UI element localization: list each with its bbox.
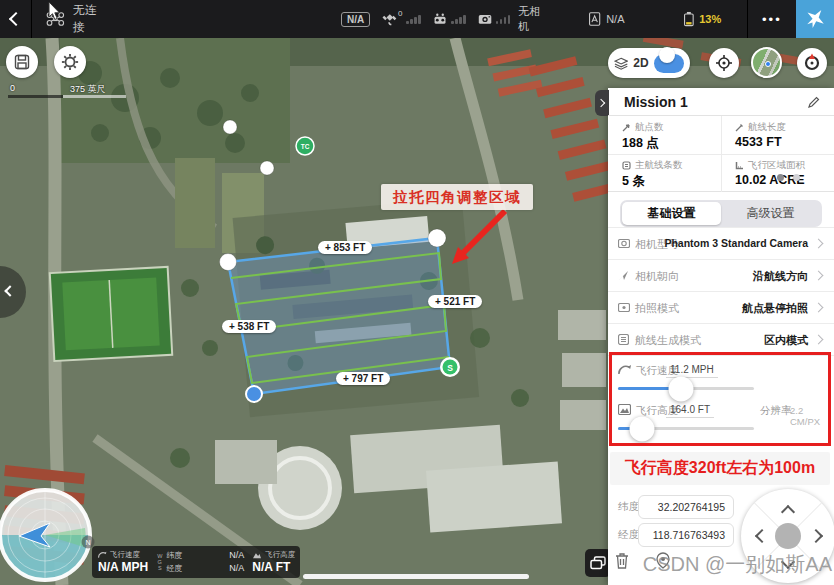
heading-icon xyxy=(618,270,629,281)
edge-length-pill-right[interactable]: + 521 FT xyxy=(428,295,482,308)
scale-start-label: 0 xyxy=(10,83,15,93)
chevron-right-icon xyxy=(814,303,824,313)
top-status-bar: 无连接 N/A 0 无相机 N/A 13% ••• xyxy=(0,0,834,38)
speed-icon xyxy=(98,551,107,559)
compass-reset-button[interactable] xyxy=(797,48,827,78)
photo-mode-icon xyxy=(618,302,630,312)
save-icon xyxy=(14,54,30,70)
tab-advanced-settings[interactable]: 高级设置 xyxy=(721,202,820,225)
row-camera-model[interactable]: 相机型号 Phantom 3 Standard Camera xyxy=(608,227,834,259)
stat-mainlines: 主航线条数 5 条 xyxy=(608,154,718,192)
settings-tabs: 基础设置 高级设置 xyxy=(620,200,822,227)
view-2d-label: 2D xyxy=(633,56,648,70)
delete-mission-icon[interactable] xyxy=(614,552,630,569)
mode-badge: N/A xyxy=(341,12,370,27)
back-button[interactable] xyxy=(0,14,31,24)
map-settings-button[interactable] xyxy=(54,46,86,78)
camera-signal-bars xyxy=(496,15,511,24)
chevron-right-icon xyxy=(597,99,605,107)
speed-slider-knob[interactable] xyxy=(668,376,693,401)
camera-status: 无相机 xyxy=(518,4,544,34)
area-icon xyxy=(735,161,744,170)
mission-stats: 航点数 188 点 航线长度 4533 FT 主航线条数 5 条 飞行区域面积 … xyxy=(608,116,834,192)
annotation-note: 飞行高度320ft左右为100m xyxy=(610,452,830,485)
stat-waypoints: 航点数 188 点 xyxy=(608,116,718,154)
crosshair-icon xyxy=(715,54,733,72)
flight-params-section: 飞行速度 11.2 MPH 飞行高度 164.0 FT 分辨率 2.2 CM/P… xyxy=(608,355,834,446)
flight-mode-icon xyxy=(588,9,601,29)
divider xyxy=(747,0,748,38)
satellite-icon xyxy=(382,11,397,28)
save-mission-button[interactable] xyxy=(6,46,38,78)
dpad-center-button[interactable] xyxy=(775,523,801,549)
drone-icon xyxy=(46,10,65,28)
2d-toggle-switch[interactable] xyxy=(654,54,684,73)
altitude-icon xyxy=(618,404,631,415)
layers-icon xyxy=(614,57,628,70)
speed-slider-track[interactable] xyxy=(618,387,754,390)
connection-status: 无连接 xyxy=(73,2,101,36)
chevron-right-icon xyxy=(814,239,824,249)
locate-me-button[interactable] xyxy=(709,48,739,78)
panel-collapse-tab[interactable] xyxy=(595,90,609,116)
more-menu-button[interactable]: ••• xyxy=(762,12,782,27)
resolution-value: 2.2 CM/PX xyxy=(790,405,834,427)
stat-area: 飞行区域面积 10.02 ACRE xyxy=(721,154,831,192)
stat-route-length: 航线长度 4533 FT xyxy=(721,116,831,154)
route-length-icon xyxy=(735,123,744,132)
app-screen: S TC + 853 FT + 521 FT + 538 FT + 797 FT… xyxy=(0,0,834,585)
battery-percent: 13% xyxy=(699,13,721,25)
back-chevron-icon xyxy=(9,12,23,26)
dpad-up-button[interactable] xyxy=(781,505,795,519)
compass-icon xyxy=(802,53,822,73)
takeoff-button[interactable] xyxy=(796,0,834,38)
gps-satellite-count: 0 xyxy=(398,9,402,18)
map-pin-icon[interactable] xyxy=(656,552,670,569)
chevron-left-icon xyxy=(4,285,15,296)
dpad-left-button[interactable] xyxy=(755,529,769,543)
map-view-toggle[interactable]: 2D xyxy=(608,48,690,78)
dpad-right-button[interactable] xyxy=(809,529,823,543)
latitude-input[interactable]: 32.202764195 xyxy=(638,495,734,519)
edit-pencil-icon[interactable] xyxy=(808,96,820,108)
longitude-input[interactable]: 118.716763493 xyxy=(638,523,734,547)
tab-basic-settings[interactable]: 基础设置 xyxy=(622,202,721,225)
mission-panel: Mission 1 航点数 188 点 航线长度 4533 FT 主航线条数 5… xyxy=(608,88,834,585)
row-camera-heading[interactable]: 相机朝向 沿航线方向 xyxy=(608,259,834,291)
altitude-icon xyxy=(252,551,262,559)
route-mode-icon xyxy=(618,334,629,345)
mission-title: Mission 1 xyxy=(624,94,688,110)
row-photo-mode[interactable]: 拍照模式 航点悬停拍照 xyxy=(608,291,834,323)
edge-length-pill-bottom[interactable]: + 797 FT xyxy=(336,372,390,385)
row-route-mode[interactable]: 航线生成模式 区内模式 xyxy=(608,323,834,355)
altitude-value[interactable]: 164.0 FT xyxy=(666,404,714,418)
panel-header: Mission 1 xyxy=(608,88,834,116)
resolution-label: 分辨率 xyxy=(760,404,792,418)
north-label: N xyxy=(85,539,90,546)
chevron-right-icon xyxy=(814,335,824,345)
attitude-compass-widget: N xyxy=(0,486,102,585)
waypoints-icon xyxy=(622,123,631,132)
telemetry-altitude: 飞行高度 N/A FT xyxy=(252,550,295,574)
mainlines-icon xyxy=(622,161,631,170)
gps-signal-bars xyxy=(406,15,421,24)
altitude-slider-knob[interactable] xyxy=(630,416,655,441)
telemetry-bar: 飞行速度 N/A MPH WGS 纬度N/A 经度N/A 飞行高度 N/A FT xyxy=(92,546,300,578)
remote-controller-icon xyxy=(433,11,447,27)
chevron-right-icon xyxy=(814,271,824,281)
edge-length-pill-left[interactable]: + 538 FT xyxy=(222,320,276,333)
battery-icon xyxy=(683,9,695,29)
altitude-slider-track[interactable] xyxy=(618,427,754,430)
latitude-label: 纬度 xyxy=(618,500,639,514)
home-indicator[interactable] xyxy=(303,574,529,579)
map-scale-bar xyxy=(8,95,126,98)
stats-pagination-dots[interactable] xyxy=(777,174,800,181)
airplane-icon xyxy=(804,8,826,30)
map-type-button[interactable] xyxy=(751,47,782,78)
flight-mode-value: N/A xyxy=(606,13,624,25)
location-dot xyxy=(765,61,771,67)
speed-value[interactable]: 11.2 MPH xyxy=(666,364,718,378)
dpad-down-button[interactable] xyxy=(781,555,795,569)
edge-length-pill-top[interactable]: + 853 FT xyxy=(318,241,372,254)
camera-icon xyxy=(478,12,492,26)
